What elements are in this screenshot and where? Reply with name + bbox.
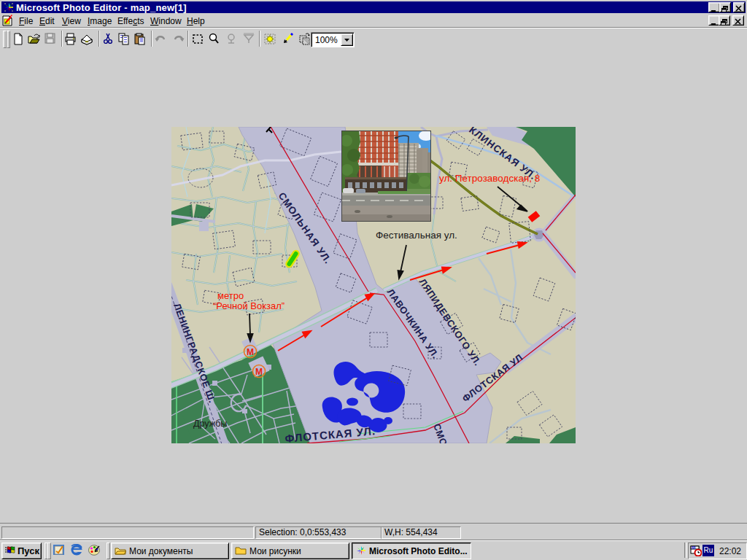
svg-text:88: 88: [692, 545, 696, 550]
svg-text:метро: метро: [217, 290, 244, 301]
svg-text:Фестивальная ул.: Фестивальная ул.: [376, 230, 457, 241]
svg-text:М: М: [255, 367, 263, 377]
svg-text:Дружбы: Дружбы: [193, 419, 227, 429]
svg-text:“Речной Вокзал”: “Речной Вокзал”: [213, 300, 285, 311]
svg-text:М: М: [247, 347, 254, 357]
svg-text:ул. Петрозаводская, 8: ул. Петрозаводская, 8: [439, 173, 540, 184]
